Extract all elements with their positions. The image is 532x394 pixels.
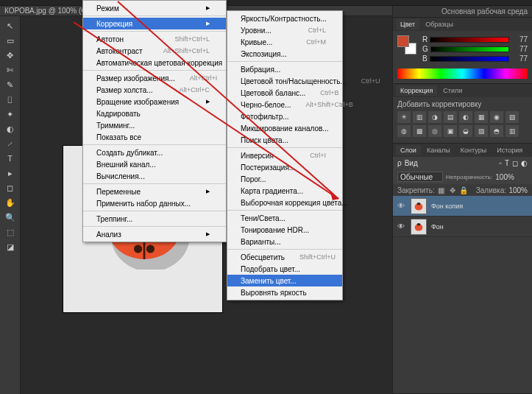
menu-item[interactable]: Коррекция — [83, 18, 226, 29]
filter-icon[interactable]: T — [505, 159, 509, 167]
menu-item[interactable]: Переменные — [83, 186, 226, 197]
menu-item[interactable]: Размер холста...Alt+Ctrl+C — [83, 84, 226, 96]
tool-2[interactable]: ✥ — [2, 49, 18, 62]
spectrum-bar[interactable] — [397, 68, 528, 79]
menu-item[interactable]: Цветовой тон/Насыщенность...Ctrl+U — [227, 75, 342, 87]
layer-thumb[interactable] — [411, 198, 427, 214]
menu-item[interactable]: Вращение изображения — [83, 96, 226, 108]
adj-icon-13[interactable]: ▧ — [475, 125, 488, 137]
menu-item[interactable]: Уровни...Ctrl+L — [227, 24, 342, 36]
tab-Каналы[interactable]: Каналы — [422, 145, 455, 155]
layer-name[interactable]: Фон копия — [431, 203, 463, 210]
menu-item[interactable]: Выборочная коррекция цвета... — [227, 197, 342, 208]
image-menu[interactable]: РежимКоррекцияАвтотонShift+Ctrl+LАвтокон… — [82, 0, 227, 242]
menu-item[interactable]: Автоматическая цветовая коррекцияShift+C… — [83, 57, 226, 68]
menu-item[interactable]: Заменить цвет... — [227, 275, 342, 286]
menu-item[interactable]: Тонирование HDR... — [227, 224, 342, 236]
tool-11[interactable]: ◻ — [2, 181, 18, 194]
adj-icon-1[interactable]: ▥ — [413, 111, 426, 123]
adj-icon-10[interactable]: ◎ — [428, 125, 441, 137]
tool-6[interactable]: ✦ — [2, 108, 18, 121]
layer-name[interactable]: Фон — [431, 223, 444, 231]
tool-0[interactable]: ↖ — [2, 19, 18, 32]
menu-item[interactable]: АвтоконтрастAlt+Shift+Ctrl+L — [83, 45, 226, 57]
adj-icon-3[interactable]: ▤ — [444, 111, 457, 123]
adj-icon-2[interactable]: ◑ — [428, 111, 441, 123]
tool-3[interactable]: ✄ — [2, 63, 18, 77]
tool-7[interactable]: ◐ — [2, 122, 18, 136]
menu-item[interactable]: Выровнять яркость — [227, 286, 342, 298]
layer-thumb[interactable] — [411, 219, 427, 235]
tool-1[interactable]: ▭ — [2, 34, 18, 47]
menu-item[interactable]: АвтотонShift+Ctrl+L — [83, 33, 226, 45]
menu-item[interactable]: ИнверсияCtrl+I — [227, 149, 342, 161]
filter-icon[interactable]: ◐ — [521, 159, 528, 167]
menu-item[interactable]: Анализ — [83, 228, 226, 240]
menu-item[interactable]: Экспозиция... — [227, 48, 342, 60]
tool-15[interactable]: ◪ — [2, 240, 18, 253]
menu-item[interactable]: Внешний канал... — [83, 158, 226, 170]
tool-5[interactable]: ⌷ — [2, 93, 18, 106]
menu-item[interactable]: Тени/Света... — [227, 212, 342, 224]
filter-icon[interactable]: ▫ — [499, 159, 502, 167]
menu-item[interactable]: Поиск цвета... — [227, 134, 342, 146]
tool-4[interactable]: ✎ — [2, 78, 18, 91]
adj-icon-8[interactable]: ◍ — [397, 125, 411, 137]
adj-icon-12[interactable]: ◒ — [459, 125, 472, 137]
filter-icon[interactable]: ◻ — [512, 159, 518, 167]
menu-item[interactable]: Подобрать цвет... — [227, 263, 342, 275]
adj-icon-4[interactable]: ◐ — [459, 111, 472, 123]
menu-item[interactable]: Вибрация... — [227, 63, 342, 75]
tool-9[interactable]: T — [2, 152, 18, 165]
menu-item[interactable]: Создать дубликат... — [83, 147, 226, 158]
tool-13[interactable]: 🔍 — [2, 211, 18, 224]
workspace-label[interactable]: Основная рабочая среда — [441, 7, 528, 15]
adj-icon-5[interactable]: ▦ — [475, 111, 488, 123]
menu-item[interactable]: Треппинг... — [83, 213, 226, 225]
menu-item[interactable]: Постеризация... — [227, 161, 342, 173]
menu-item[interactable]: Вычисления... — [83, 170, 226, 182]
tab-adjustments[interactable]: Коррекция — [396, 85, 437, 96]
menu-item[interactable]: Яркость/Контрастность... — [227, 13, 342, 24]
tool-10[interactable]: ▸ — [2, 166, 18, 180]
menu-item[interactable]: Размер изображения...Alt+Ctrl+I — [83, 72, 226, 84]
visibility-icon[interactable]: 👁 — [396, 222, 406, 231]
adj-icon-6[interactable]: ◉ — [490, 111, 503, 123]
tab-Контуры[interactable]: Контуры — [456, 145, 491, 155]
tab-styles[interactable]: Стили — [439, 85, 467, 96]
fill-value[interactable]: 100% — [508, 186, 528, 194]
adj-icon-15[interactable]: ▥ — [506, 125, 519, 137]
menu-item[interactable]: Кривые...Ctrl+M — [227, 36, 342, 48]
adj-icon-7[interactable]: ▨ — [506, 111, 519, 123]
tool-12[interactable]: ✋ — [2, 196, 18, 209]
menu-item[interactable]: Фотофильтр... — [227, 110, 342, 122]
tool-14[interactable]: ⬚ — [2, 225, 18, 239]
menu-item[interactable]: Применить набор данных... — [83, 197, 226, 209]
tab-swatches[interactable]: Образцы — [421, 19, 458, 29]
blend-mode-select[interactable]: Обычные — [397, 172, 443, 182]
menu-item[interactable]: Порог... — [227, 173, 342, 185]
tab-color[interactable]: Цвет — [396, 19, 419, 29]
lock-pixels-icon[interactable]: ▦ — [437, 186, 446, 194]
visibility-icon[interactable]: 👁 — [396, 202, 406, 210]
adj-icon-0[interactable]: ☀ — [397, 111, 411, 123]
adj-icon-9[interactable]: ▩ — [413, 125, 426, 137]
tab-История[interactable]: История — [492, 145, 527, 155]
menu-item[interactable]: Показать все — [83, 131, 226, 143]
menu-item[interactable]: Карта градиента... — [227, 185, 342, 197]
tab-Слои[interactable]: Слои — [396, 145, 421, 155]
opacity-value[interactable]: 100% — [495, 173, 514, 181]
b-slider[interactable] — [430, 56, 509, 62]
menu-item[interactable]: Тримминг... — [83, 119, 226, 131]
adj-icon-11[interactable]: ▣ — [444, 125, 457, 137]
menu-item[interactable]: Цветовой баланс...Ctrl+B — [227, 87, 342, 99]
menu-item[interactable]: Кадрировать — [83, 108, 226, 119]
menu-item[interactable]: Режим — [83, 2, 226, 14]
adjustments-submenu[interactable]: Яркость/Контрастность...Уровни...Ctrl+LК… — [227, 10, 343, 300]
menu-item[interactable]: Микширование каналов... — [227, 122, 342, 134]
menu-item[interactable]: ОбесцветитьShift+Ctrl+U — [227, 251, 342, 263]
lock-position-icon[interactable]: ✥ — [448, 186, 457, 194]
layer-row[interactable]: 👁Фон — [393, 217, 532, 237]
fg-bg-swatch[interactable] — [397, 35, 416, 54]
menu-item[interactable]: Черно-белое...Alt+Shift+Ctrl+B — [227, 99, 342, 110]
